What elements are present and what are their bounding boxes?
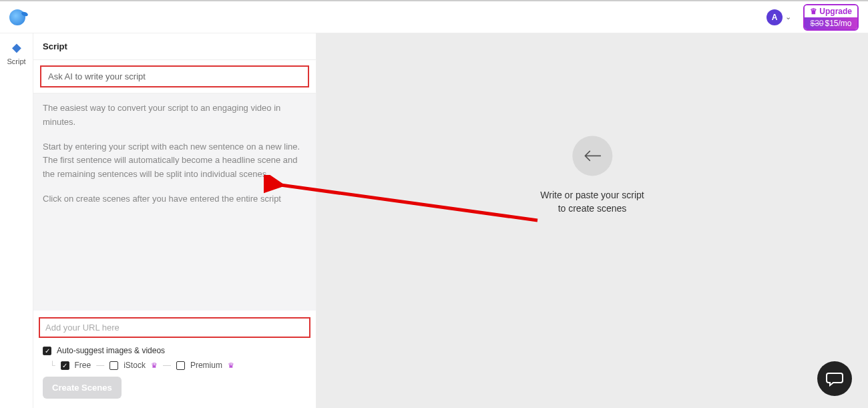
script-textarea[interactable]: The easiest way to convert your script t… bbox=[33, 93, 316, 311]
rail-item-script[interactable]: ◆ Script bbox=[0, 40, 33, 65]
create-scenes-button[interactable]: Create Scenes bbox=[43, 377, 122, 399]
premium-checkbox[interactable] bbox=[176, 361, 185, 370]
istock-checkbox[interactable] bbox=[110, 361, 118, 370]
chat-fab[interactable] bbox=[817, 361, 852, 396]
crown-icon: ♛ bbox=[228, 361, 234, 370]
app-logo[interactable] bbox=[9, 9, 25, 25]
user-avatar[interactable]: A bbox=[767, 9, 783, 25]
canvas-area: Write or paste your script to create sce… bbox=[316, 33, 868, 408]
upgrade-old-price: $30 bbox=[810, 19, 823, 28]
upgrade-new-price: $15/mo bbox=[825, 19, 851, 28]
placeholder-line: Click on create scenes after you have en… bbox=[43, 192, 306, 206]
panel-title: Script bbox=[33, 33, 316, 60]
premium-label: Premium bbox=[190, 361, 222, 370]
script-panel: Script Ask AI to write your script The e… bbox=[33, 33, 316, 408]
left-rail: ◆ Script bbox=[0, 33, 33, 408]
canvas-hint-line: Write or paste your script bbox=[540, 190, 644, 203]
placeholder-line: The easiest way to convert your script t… bbox=[43, 101, 306, 130]
upgrade-button[interactable]: ♛ Upgrade $30$15/mo bbox=[803, 4, 859, 31]
free-label: Free bbox=[75, 361, 91, 370]
auto-suggest-label: Auto-suggest images & videos bbox=[57, 346, 165, 355]
auto-suggest-checkbox[interactable]: ✓ bbox=[43, 347, 51, 355]
free-checkbox[interactable]: ✓ bbox=[61, 361, 69, 370]
rail-item-label: Script bbox=[0, 57, 33, 65]
crown-icon: ♛ bbox=[810, 7, 817, 16]
istock-label: iStock bbox=[124, 361, 146, 370]
canvas-hint-line: to create scenes bbox=[540, 202, 644, 216]
chevron-down-icon[interactable]: ⌄ bbox=[785, 13, 791, 21]
arrow-left-icon bbox=[572, 136, 612, 176]
placeholder-line: Start by entering your script with each … bbox=[43, 140, 306, 182]
ask-ai-button[interactable]: Ask AI to write your script bbox=[40, 65, 309, 87]
url-input[interactable] bbox=[39, 317, 310, 338]
tree-connector-icon: └ bbox=[49, 361, 55, 370]
script-icon: ◆ bbox=[0, 40, 33, 55]
crown-icon: ♛ bbox=[151, 361, 158, 370]
top-bar: A ⌄ ♛ Upgrade $30$15/mo bbox=[0, 0, 868, 33]
upgrade-label: Upgrade bbox=[819, 7, 852, 16]
chat-icon bbox=[826, 371, 843, 387]
